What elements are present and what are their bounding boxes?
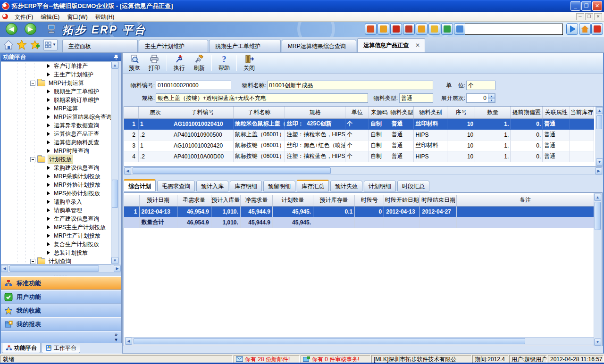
tree-item[interactable]: 复合生产计划投放 bbox=[1, 240, 118, 248]
col-header[interactable]: 预计日期 bbox=[139, 195, 177, 206]
col-header[interactable]: 时段号 bbox=[355, 195, 384, 206]
cell[interactable]: HIPS bbox=[414, 151, 447, 162]
cell[interactable]: 普通 bbox=[543, 140, 570, 151]
cell[interactable]: 0. bbox=[511, 129, 543, 140]
back-button[interactable]: ◀ bbox=[6, 23, 17, 35]
cell[interactable]: 注塑：抽粒蓝色，HIPS bbox=[285, 151, 345, 162]
cell[interactable]: 个 bbox=[345, 151, 369, 162]
plan-table-vscroll[interactable]: ▲ ▼ bbox=[594, 193, 602, 346]
cell[interactable]: 10 bbox=[447, 118, 475, 129]
panel-icon-button[interactable] bbox=[365, 23, 377, 35]
plan-tab-4[interactable]: 预留明细 bbox=[263, 181, 295, 191]
cell[interactable]: .2 bbox=[138, 129, 172, 140]
doc-tab-3[interactable]: MRP运算结果综合查询 bbox=[282, 40, 356, 52]
cell[interactable]: 自制 bbox=[369, 151, 390, 162]
addressbook-icon-button[interactable] bbox=[441, 23, 453, 35]
col-header[interactable] bbox=[124, 195, 139, 206]
cell[interactable]: 1 bbox=[138, 140, 172, 151]
cell[interactable]: 2012-04-13 bbox=[384, 206, 420, 217]
cell[interactable]: 普通 bbox=[390, 129, 414, 140]
exit-button[interactable] bbox=[591, 23, 603, 35]
col-header[interactable]: 子料编号 bbox=[172, 107, 233, 118]
tree-item[interactable]: 运算信息物料反查 bbox=[1, 138, 118, 147]
plan-table-hscroll[interactable]: ◀ bbox=[125, 337, 594, 345]
notebook-icon-button[interactable] bbox=[390, 23, 402, 35]
col-header[interactable]: 规格 bbox=[285, 107, 345, 118]
cell[interactable]: HIPS bbox=[414, 129, 447, 140]
cell[interactable]: 普通 bbox=[543, 118, 570, 129]
cell[interactable]: .2 bbox=[138, 151, 172, 162]
cell[interactable]: 0. bbox=[511, 140, 543, 151]
tree-item[interactable]: 主生产计划维护 bbox=[1, 70, 118, 79]
cell[interactable] bbox=[570, 140, 594, 151]
cell[interactable]: 1. bbox=[475, 151, 511, 162]
cell[interactable]: 2012-04-27 bbox=[420, 206, 457, 217]
star-tool-icon-button[interactable] bbox=[428, 23, 440, 35]
collapse-icon[interactable] bbox=[30, 157, 35, 162]
doc-tab-2[interactable]: 脱期生产工单维护 bbox=[209, 40, 281, 52]
col-header[interactable]: 单位 bbox=[345, 107, 369, 118]
table-row[interactable]: 4.2AP4010010A00D00鼠标按键（06001）注塑：抽粒蓝色，HIP… bbox=[124, 151, 594, 162]
col-header[interactable]: 预计入库量 bbox=[211, 195, 240, 206]
plan-tab-1[interactable]: 毛需求查询 bbox=[157, 181, 195, 191]
col-header[interactable] bbox=[124, 107, 138, 118]
cell[interactable]: 自制 bbox=[369, 118, 390, 129]
collapse-icon[interactable] bbox=[30, 81, 35, 86]
tree-item[interactable]: MPS外协计划投放 bbox=[1, 189, 118, 198]
doc-tab-4[interactable]: 运算信息产品正查✕ bbox=[357, 38, 425, 52]
toolbar-run-button[interactable]: 执行 bbox=[169, 54, 189, 73]
col-header[interactable]: 时段开始日期 bbox=[384, 195, 420, 206]
tree-item[interactable]: 计划查询 bbox=[1, 257, 118, 265]
tree-item[interactable]: MRP外协计划投放 bbox=[1, 181, 118, 189]
toolbar-preview-button[interactable]: 预览 bbox=[125, 54, 144, 73]
doc-close-button[interactable]: ✕ bbox=[594, 13, 602, 20]
cell[interactable]: 丝印材料 bbox=[414, 118, 447, 129]
plan-tab-3[interactable]: 库存明细 bbox=[230, 181, 262, 191]
cell[interactable]: 45,944.9 bbox=[240, 217, 272, 228]
cell[interactable] bbox=[457, 217, 594, 228]
cell[interactable]: 丝印材料 bbox=[414, 140, 447, 151]
orgchart-icon-button[interactable] bbox=[403, 23, 415, 35]
cell[interactable]: 数量合计 bbox=[139, 217, 177, 228]
cell[interactable]: 丝印：黑色+红色（喷油 bbox=[285, 140, 345, 151]
plan-tab-0[interactable]: 综合计划 bbox=[124, 179, 156, 191]
tree-item[interactable]: MRP时段查询 bbox=[1, 147, 118, 155]
cell[interactable]: 注塑：抽粒米色，HIPS bbox=[285, 129, 345, 140]
col-header[interactable]: 预计库存量 bbox=[313, 195, 355, 206]
new-folder-icon-button[interactable] bbox=[416, 23, 428, 35]
cell[interactable]: 46,954.9 bbox=[177, 206, 211, 217]
favorite-star-icon[interactable] bbox=[17, 40, 27, 50]
spin-up-icon[interactable]: ▲ bbox=[488, 94, 495, 98]
folder-up-icon-button[interactable] bbox=[378, 23, 389, 35]
cell[interactable]: 46,954.9 bbox=[177, 217, 211, 228]
cell[interactable]: AG1010010020420 bbox=[172, 140, 233, 151]
tree-item[interactable]: 运算信息产品正查 bbox=[1, 130, 118, 138]
cell[interactable]: 45,945. bbox=[272, 217, 313, 228]
tree-item[interactable]: 客户订单排产 bbox=[1, 62, 118, 70]
tree-item[interactable]: MRP运算结果综合查询 bbox=[1, 113, 118, 121]
col-header[interactable]: 序号 bbox=[447, 107, 475, 118]
tree-item[interactable]: MRP计划运算 bbox=[1, 79, 118, 87]
cell[interactable] bbox=[384, 217, 420, 228]
col-header[interactable]: 关联属性 bbox=[543, 107, 570, 118]
col-header[interactable]: 数量 bbox=[475, 107, 511, 118]
cell[interactable]: 个 bbox=[345, 140, 369, 151]
cell[interactable]: 0. bbox=[511, 151, 543, 162]
cell[interactable]: 普通 bbox=[543, 151, 570, 162]
go-button[interactable] bbox=[566, 23, 578, 35]
tree-item[interactable]: 运算异常数据查询 bbox=[1, 121, 118, 130]
bom-table-vscroll[interactable]: ▲ ▼ bbox=[596, 107, 603, 166]
menu-item-3[interactable]: 帮助(H) bbox=[92, 13, 118, 21]
cell[interactable]: 抽粒米色鼠标上盖（ bbox=[233, 118, 285, 129]
doc-tab-1[interactable]: 主生产计划维护 bbox=[139, 40, 208, 52]
col-header[interactable]: 物料类型 bbox=[390, 107, 414, 118]
cell[interactable]: 1 bbox=[138, 118, 172, 129]
tree-item[interactable]: 计划投放 bbox=[1, 155, 118, 164]
material-name-input[interactable]: 01001创新半成品 bbox=[267, 81, 433, 90]
close-button[interactable]: ✕ bbox=[592, 1, 602, 11]
cell[interactable]: 鼠标按键（06001） bbox=[233, 151, 285, 162]
tree-item[interactable]: 请购单管理 bbox=[1, 206, 118, 215]
banner-search-input[interactable] bbox=[465, 24, 563, 35]
clock-icon-button[interactable] bbox=[454, 23, 466, 35]
tree-item[interactable]: 脱期生产工单维护 bbox=[1, 87, 118, 96]
